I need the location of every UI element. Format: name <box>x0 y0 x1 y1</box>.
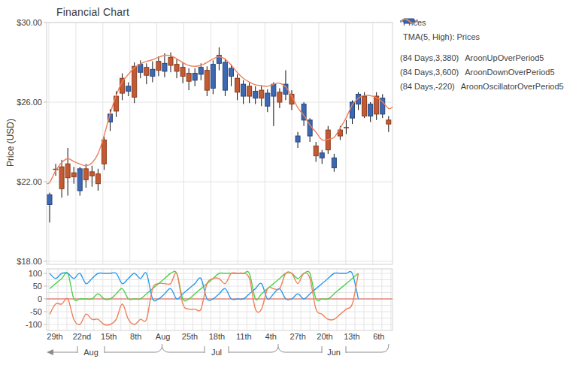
candle-body <box>77 169 82 191</box>
candle-body <box>144 68 149 76</box>
legend-label: AroonDownOverPeriod5 <box>465 68 554 77</box>
candle-body <box>126 86 131 92</box>
month-axis-fork <box>271 347 285 352</box>
candle-body <box>186 74 191 82</box>
osc-tick-label: 100 <box>11 268 42 279</box>
legend-label: AroonOscillatorOverPeriod5 <box>461 82 564 91</box>
legend-gap <box>400 45 588 52</box>
osc-tick-label: 50 <box>11 281 42 291</box>
candle-body <box>156 62 161 71</box>
left-arrow-icon <box>47 349 53 355</box>
date-tick-label: 11th <box>229 331 259 342</box>
legend-label: AroonUpOverPeriod5 <box>465 53 544 62</box>
legend-item-prices[interactable]: Prices <box>400 17 588 28</box>
candle-body <box>89 172 94 176</box>
candle-body <box>229 68 234 77</box>
month-label: Aug <box>76 347 106 357</box>
candle-body <box>296 136 300 142</box>
legend-item-aroon-down[interactable]: (84 Days,3,600) AroonDownOverPeriod5 <box>400 66 588 77</box>
candle-body <box>59 167 64 189</box>
osc-tick-label: -100 <box>11 319 42 330</box>
candle-body <box>162 63 167 71</box>
candle-body <box>47 195 52 204</box>
candle-body <box>277 92 282 102</box>
date-tick-label: 8th <box>121 331 151 342</box>
candle-body <box>235 78 240 92</box>
date-tick-label: 6th <box>364 331 394 342</box>
date-tick-label: Aug <box>148 331 178 342</box>
candle-body <box>168 57 173 65</box>
candle-body <box>205 71 209 91</box>
candle-body <box>320 153 324 158</box>
osc-tick-label: 0 <box>11 294 42 304</box>
candle-body <box>95 173 100 183</box>
legend-value: (84 Days,3,380) <box>400 53 459 62</box>
candle-body <box>192 74 197 80</box>
legend-value: (84 Days,-220) <box>400 82 455 91</box>
chart-legend: Prices TMA(5, High): Prices (84 Days,3,3… <box>400 17 588 95</box>
candle-body <box>180 68 185 77</box>
candle-body <box>83 169 88 180</box>
candle-body <box>223 62 227 90</box>
date-tick-label: 25th <box>175 331 205 342</box>
date-tick-label: 13th <box>337 331 367 342</box>
candle-body <box>386 120 391 124</box>
date-tick-label: 29th <box>40 331 70 342</box>
tma-line[interactable] <box>47 56 393 184</box>
date-tick-label: 4th <box>256 331 286 342</box>
price-tick-label: $22.00 <box>11 176 42 187</box>
legend-item-aroon-up[interactable]: (84 Days,3,380) AroonUpOverPeriod5 <box>400 52 588 63</box>
month-axis-end-curve <box>382 344 389 352</box>
candle-body <box>271 84 276 96</box>
candlestick-series[interactable] <box>47 47 391 222</box>
month-label: Jul <box>202 347 232 357</box>
candle-body <box>253 91 258 98</box>
financial-chart-app: Financial Chart Price (USD) $30.00$26.00… <box>0 0 588 365</box>
price-tick-label: $18.00 <box>11 256 42 267</box>
legend-item-tma[interactable]: TMA(5, High): Prices <box>400 31 588 42</box>
candle-body <box>199 68 203 74</box>
candle-body <box>332 158 336 167</box>
legend-item-aroon-oscillator[interactable]: (84 Days,-220) AroonOscillatorOverPeriod… <box>400 80 588 92</box>
candle-body <box>132 66 137 97</box>
date-tick-label: 15th <box>94 331 124 342</box>
date-tick-label: 18th <box>202 331 232 342</box>
candle-body <box>174 65 179 71</box>
candle-body <box>259 90 264 98</box>
legend-value: (84 Days,3,600) <box>400 68 459 77</box>
candle-body <box>211 65 215 89</box>
candle-body <box>65 164 70 178</box>
month-label: Jun <box>319 347 349 357</box>
candle-body <box>368 104 373 116</box>
legend-label: TMA(5, High): Prices <box>403 32 480 41</box>
date-tick-label: 20th <box>310 331 340 342</box>
date-tick-label: 22nd <box>67 331 97 342</box>
candle-body <box>247 86 252 96</box>
price-tick-label: $30.00 <box>11 17 42 28</box>
month-axis-fork <box>156 347 169 352</box>
candle-body <box>71 173 76 176</box>
candle-body <box>241 84 246 96</box>
candle-body <box>265 93 270 106</box>
candle-body <box>102 140 106 164</box>
candle-body <box>138 65 143 73</box>
price-tick-label: $26.00 <box>11 97 42 107</box>
candle-body <box>362 96 367 116</box>
osc-tick-label: -50 <box>11 306 42 317</box>
candle-body <box>150 69 155 76</box>
candle-body <box>314 146 318 155</box>
date-tick-label: 27th <box>283 331 313 342</box>
